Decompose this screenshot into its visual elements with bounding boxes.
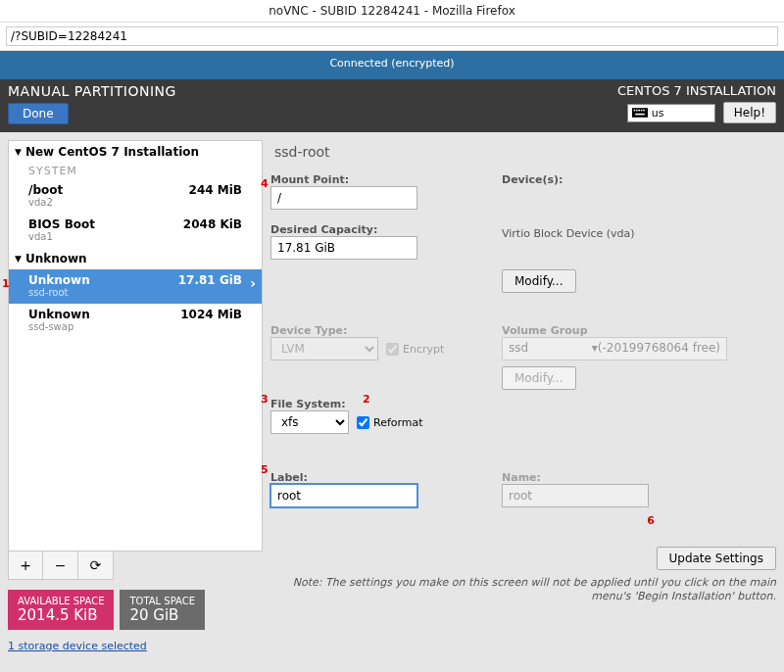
encrypt-checkbox: Encrypt	[386, 343, 444, 356]
keyboard-icon	[632, 108, 648, 118]
browser-window-title: noVNC - SUBID 12284241 - Mozilla Firefox	[0, 0, 784, 22]
svg-rect-1	[633, 110, 635, 112]
done-button[interactable]: Done	[8, 103, 69, 124]
mount-name: /boot	[28, 183, 63, 197]
mount-item-ssd-root[interactable]: Unknownssd-root 17.81 GiB	[9, 269, 262, 304]
mount-name: Unknown	[28, 273, 90, 287]
svg-rect-4	[641, 110, 643, 112]
tree-section-unknown[interactable]: ▼ Unknown	[9, 248, 262, 269]
section-label: Unknown	[25, 252, 87, 265]
tree-toolbar: + − ⟳	[8, 552, 114, 580]
modify-vg-button: Modify...	[502, 366, 576, 390]
marker-5: 5	[261, 463, 269, 476]
mount-size: 1024 MiB	[180, 308, 256, 332]
reformat-label: Reformat	[373, 416, 423, 429]
volume-group-label: Volume Group	[502, 324, 776, 337]
detail-title: ssd-root	[274, 144, 776, 160]
device-value: Virtio Block Device (vda)	[502, 227, 776, 240]
device-type-label: Device Type:	[270, 324, 466, 337]
mount-dev: vda1	[28, 231, 95, 242]
mount-item-boot[interactable]: /bootvda2 244 MiB	[9, 179, 262, 214]
svg-rect-0	[632, 108, 648, 118]
reformat-checkbox-input[interactable]	[357, 416, 369, 429]
mount-size: 17.81 GiB	[178, 273, 256, 298]
reload-button[interactable]: ⟳	[78, 552, 113, 579]
desired-capacity-label: Desired Capacity:	[270, 223, 466, 236]
vnc-status-bar: Connected (encrypted)	[0, 51, 784, 79]
tree-subheader-system: SYSTEM	[9, 163, 262, 179]
marker-1: 1	[2, 277, 10, 290]
modify-device-button[interactable]: Modify...	[502, 269, 576, 293]
devices-label: Device(s):	[502, 173, 776, 186]
settings-note: Note: The settings you make on this scre…	[270, 576, 776, 604]
svg-rect-3	[638, 110, 640, 112]
marker-3: 3	[261, 393, 269, 406]
total-space-value: 20 GiB	[129, 606, 195, 624]
mount-item-biosboot[interactable]: BIOS Bootvda1 2048 KiB	[9, 214, 262, 248]
desired-capacity-input[interactable]	[270, 236, 417, 260]
keyboard-indicator[interactable]: us	[627, 104, 715, 122]
mount-name: Unknown	[28, 308, 90, 321]
partition-tree: ▼ New CentOS 7 Installation SYSTEM /boot…	[8, 140, 263, 552]
marker-4: 4	[261, 177, 269, 190]
chevron-down-icon: ▼	[15, 254, 22, 264]
device-type-select: LVM	[270, 337, 378, 360]
mount-item-ssd-swap[interactable]: Unknownssd-swap 1024 MiB	[9, 304, 262, 338]
marker-2: 2	[363, 393, 370, 406]
available-space-label: AVAILABLE SPACE	[18, 596, 104, 606]
svg-rect-6	[635, 114, 645, 116]
total-space-label: TOTAL SPACE	[129, 596, 195, 606]
mount-size: 2048 KiB	[183, 217, 256, 242]
svg-rect-2	[636, 110, 638, 112]
name-label: Name:	[502, 471, 776, 484]
total-space-box: TOTAL SPACE 20 GiB	[120, 590, 205, 630]
reformat-checkbox[interactable]: Reformat	[357, 416, 423, 429]
installer-header: MANUAL PARTITIONING Done CENTOS 7 INSTAL…	[0, 79, 784, 132]
chevron-down-icon: ▼	[15, 147, 22, 157]
mount-dev: ssd-swap	[28, 321, 90, 332]
mount-point-input[interactable]	[270, 186, 417, 210]
name-input	[502, 484, 649, 507]
product-title: CENTOS 7 INSTALLATION	[617, 83, 776, 98]
available-space-value: 2014.5 KiB	[18, 606, 104, 624]
vg-free: (-20199768064 free)	[598, 341, 720, 355]
label-label: Label:	[270, 471, 466, 484]
help-button[interactable]: Help!	[723, 102, 776, 123]
mount-name: BIOS Boot	[28, 217, 95, 231]
section-label: New CentOS 7 Installation	[25, 145, 199, 159]
url-bar	[0, 22, 784, 51]
update-settings-button[interactable]: Update Settings	[657, 547, 777, 570]
mount-dev: ssd-root	[28, 287, 90, 298]
mount-size: 244 MiB	[189, 183, 256, 208]
svg-rect-5	[643, 110, 645, 112]
available-space-box: AVAILABLE SPACE 2014.5 KiB	[8, 590, 114, 630]
marker-6: 6	[647, 514, 655, 527]
keyboard-layout-text: us	[652, 107, 664, 120]
remove-mount-button[interactable]: −	[43, 552, 77, 579]
volume-group-select: ssd(-20199768064 free) ▾	[502, 337, 727, 360]
storage-devices-link[interactable]: 1 storage device selected	[8, 640, 263, 652]
mount-point-label: Mount Point:	[270, 173, 466, 186]
encrypt-checkbox-input	[386, 343, 399, 356]
filesystem-select[interactable]: xfs	[270, 410, 349, 434]
label-input[interactable]	[270, 484, 417, 507]
url-input[interactable]	[6, 26, 778, 46]
vg-name: ssd	[509, 341, 528, 355]
mount-dev: vda2	[28, 197, 63, 208]
add-mount-button[interactable]: +	[9, 552, 43, 579]
encrypt-label: Encrypt	[403, 343, 444, 356]
page-title: MANUAL PARTITIONING	[8, 83, 176, 99]
tree-section-new-install[interactable]: ▼ New CentOS 7 Installation	[9, 141, 262, 163]
